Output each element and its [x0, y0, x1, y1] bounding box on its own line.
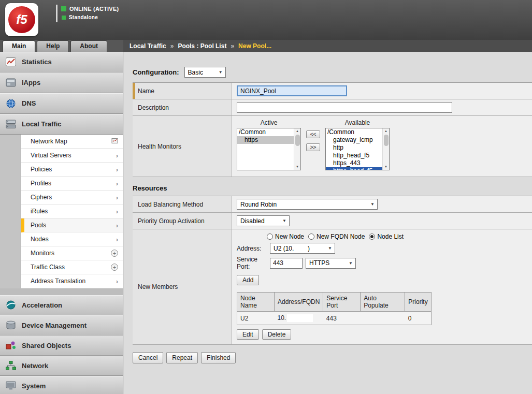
members-table: Node Name Address/FQDN Service Port Auto…: [237, 292, 432, 325]
scrollbar-thumb[interactable]: [295, 135, 300, 146]
scrollbar-thumb[interactable]: [384, 135, 389, 146]
configuration-select[interactable]: Basic ▼: [184, 67, 226, 78]
list-item-gateway-icmp[interactable]: gateway_icmp: [326, 136, 382, 144]
scroll-down-icon[interactable]: ▼: [296, 165, 299, 169]
dropdown-arrow-icon: ▼: [368, 202, 375, 207]
sidebar-item-monitors[interactable]: Monitors +: [21, 246, 123, 260]
local-traffic-icon: [5, 119, 17, 130]
sidebar-item-network-map[interactable]: Network Map: [21, 135, 123, 149]
configuration-select-value: Basic: [188, 69, 203, 76]
sidebar-item-statistics[interactable]: Statistics: [0, 52, 123, 72]
online-status-indicator-icon: [61, 6, 66, 11]
repeat-button[interactable]: Repeat: [166, 352, 198, 363]
move-to-active-button[interactable]: <<: [306, 130, 320, 138]
plus-icon[interactable]: +: [111, 250, 118, 257]
sidebar-item-profiles[interactable]: Profiles ›: [21, 177, 123, 191]
network-map-icon: [111, 138, 118, 145]
name-row: Name: [133, 83, 532, 99]
priority-group-select[interactable]: Disabled ▼: [237, 215, 290, 226]
scrollbar[interactable]: ▲ ▼: [294, 128, 300, 170]
sidebar-item-ciphers[interactable]: Ciphers ›: [21, 191, 123, 205]
chevron-right-icon: ›: [116, 278, 118, 285]
sidebar-item-irules[interactable]: iRules ›: [21, 205, 123, 218]
breadcrumb-local-traffic[interactable]: Local Traffic: [130, 42, 166, 50]
member-row[interactable]: U2 10. 443 0: [237, 312, 432, 325]
sidebar-item-dns[interactable]: DNS: [0, 93, 123, 114]
sidebar-item-pools[interactable]: Pools ›: [21, 218, 123, 232]
list-item-http[interactable]: http: [326, 144, 382, 152]
sidebar-item-virtual-servers[interactable]: Virtual Servers ›: [21, 149, 123, 163]
dropdown-arrow-icon: ▼: [280, 218, 286, 223]
address-select[interactable]: U2 (10. ) ▼: [270, 243, 335, 254]
sidebar-item-policies[interactable]: Policies ›: [21, 163, 123, 177]
chevron-right-icon: ›: [116, 194, 118, 201]
radio-node-list[interactable]: Node List: [369, 233, 404, 240]
tab-help-label: Help: [46, 42, 60, 50]
sidebar-item-network[interactable]: Network: [0, 356, 123, 376]
sidebar-item-label: iApps: [22, 79, 40, 86]
delete-button[interactable]: Delete: [262, 329, 292, 340]
scroll-up-icon[interactable]: ▲: [296, 129, 299, 134]
chevron-right-icon: ›: [116, 152, 118, 159]
service-port-input[interactable]: [270, 258, 303, 269]
active-monitors-listbox[interactable]: /Common https ▲ ▼: [237, 128, 301, 170]
edit-button[interactable]: Edit: [237, 329, 259, 340]
sidebar-item-nodes[interactable]: Nodes ›: [21, 232, 123, 246]
sidebar-item-system[interactable]: System: [0, 376, 123, 394]
description-input[interactable]: [237, 102, 452, 113]
load-balancing-label-cell: Load Balancing Method: [133, 196, 232, 212]
chevron-right-icon: ›: [116, 236, 118, 243]
sidebar-item-traffic-class[interactable]: Traffic Class +: [21, 260, 123, 274]
sidebar-item-local-traffic[interactable]: Local Traffic: [0, 114, 123, 135]
list-group-label: /Common: [326, 128, 382, 136]
cancel-button[interactable]: Cancel: [133, 352, 163, 363]
new-members-label-cell: New Members: [133, 229, 232, 344]
scroll-up-icon[interactable]: ▲: [384, 129, 387, 134]
radio-new-fqdn-node[interactable]: New FQDN Node: [308, 233, 365, 240]
sidebar-item-shared-objects[interactable]: Shared Objects: [0, 335, 123, 356]
available-monitors-title: Available: [345, 119, 370, 126]
sidebar-item-label: System: [22, 382, 46, 390]
move-to-available-button[interactable]: >>: [306, 143, 320, 151]
radio-new-node[interactable]: New Node: [267, 233, 304, 240]
list-item-https-head-f5[interactable]: https_head_f5: [326, 167, 382, 170]
available-monitors-listbox[interactable]: /Common gateway_icmp http http_head_f5 h…: [325, 128, 390, 170]
chevron-right-icon: ›: [116, 222, 118, 229]
redacted-area: [287, 314, 313, 322]
load-balancing-value-cell: Round Robin ▼: [232, 196, 532, 212]
tab-about[interactable]: About: [70, 40, 107, 52]
resources-section-title: Resources: [133, 184, 532, 192]
sidebar-item-device-management[interactable]: Device Management: [0, 315, 123, 335]
list-item-http-head-f5[interactable]: http_head_f5: [326, 152, 382, 159]
service-select[interactable]: HTTPS ▼: [306, 258, 356, 269]
plus-icon[interactable]: +: [111, 264, 118, 271]
sidebar-item-acceleration[interactable]: Acceleration: [0, 295, 123, 315]
load-balancing-select[interactable]: Round Robin ▼: [237, 199, 378, 210]
priority-group-row: Priority Group Activation Disabled ▼: [133, 213, 532, 229]
tab-about-label: About: [80, 42, 98, 50]
body-row: Statistics iApps DNS Local Traffic: [0, 52, 532, 394]
new-members-row: New Members New Node New FQDN Node: [133, 229, 532, 345]
scroll-down-icon[interactable]: ▼: [384, 165, 387, 169]
health-monitors-value-cell: Active /Common https ▲ ▼: [232, 116, 532, 177]
name-input[interactable]: [237, 85, 347, 96]
sidebar-item-iapps[interactable]: iApps: [0, 72, 123, 93]
list-item-https[interactable]: https: [237, 136, 294, 144]
finished-button[interactable]: Finished: [201, 352, 236, 363]
submenu-item-label: Profiles: [31, 180, 116, 187]
member-auto-populate: [361, 312, 405, 325]
tab-help[interactable]: Help: [37, 40, 69, 52]
tab-main[interactable]: Main: [3, 40, 35, 52]
sidebar-item-label: Local Traffic: [22, 120, 62, 128]
network-icon: [5, 360, 17, 371]
breadcrumb-pool-list[interactable]: Pools : Pool List: [178, 42, 226, 50]
sidebar-item-address-translation[interactable]: Address Translation ›: [21, 274, 123, 288]
available-monitors-column: Available /Common gateway_icmp http http…: [325, 119, 390, 170]
available-monitors-items: /Common gateway_icmp http http_head_f5 h…: [326, 128, 382, 170]
add-button[interactable]: Add: [237, 275, 259, 285]
submenu-item-label: Virtual Servers: [31, 152, 116, 159]
scrollbar[interactable]: ▲ ▼: [382, 128, 389, 170]
monitor-move-buttons: << >>: [306, 130, 320, 170]
submenu-item-label: Monitors: [31, 250, 111, 257]
list-item-https-443[interactable]: https_443: [326, 159, 382, 167]
